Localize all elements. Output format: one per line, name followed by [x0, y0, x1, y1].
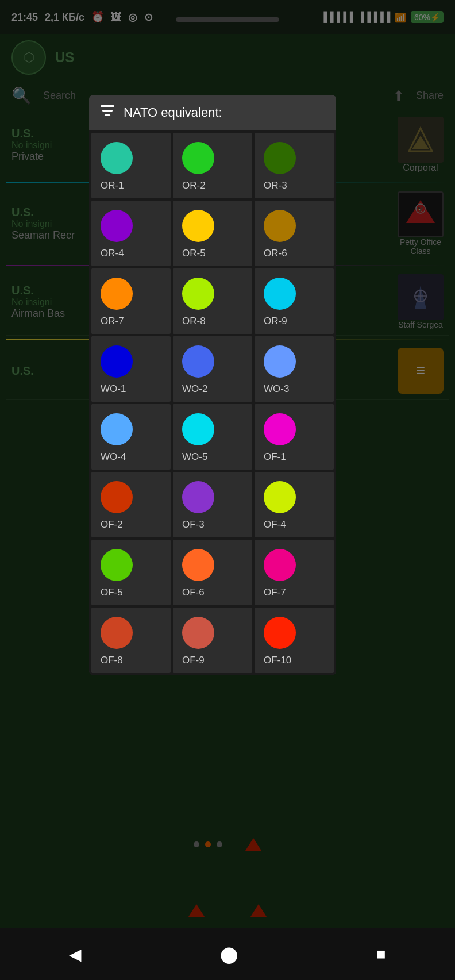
nato-label-or5: OR-5	[182, 248, 206, 259]
nato-modal: NATO equivalent: OR-1OR-2OR-3OR-4OR-5OR-…	[89, 95, 336, 675]
color-circle-or2	[182, 142, 214, 174]
nato-label-wo1: WO-1	[101, 383, 126, 395]
nato-label-of1: OF-1	[264, 451, 286, 463]
nato-label-of10: OF-10	[264, 655, 291, 666]
nato-modal-title: NATO equivalent:	[124, 105, 222, 120]
nato-label-or4: OR-4	[101, 248, 124, 259]
color-circle-of8	[101, 617, 133, 649]
recent-button[interactable]: ■	[365, 939, 398, 969]
nato-label-of8: OF-8	[101, 655, 123, 666]
nato-label-wo2: WO-2	[182, 383, 207, 395]
nato-label-or2: OR-2	[182, 180, 206, 191]
nato-cell-of10[interactable]: OF-10	[255, 608, 334, 673]
nato-cell-or8[interactable]: OR-8	[173, 268, 252, 334]
nato-cell-of6[interactable]: OF-6	[173, 540, 252, 605]
nato-cell-of5[interactable]: OF-5	[91, 540, 171, 605]
color-circle-or3	[264, 142, 296, 174]
color-circle-or7	[101, 278, 133, 310]
color-circle-or8	[182, 278, 214, 310]
color-circle-wo3	[264, 345, 296, 378]
nato-cell-of4[interactable]: OF-4	[255, 472, 334, 537]
nato-label-of4: OF-4	[264, 519, 286, 531]
filter-icon	[101, 105, 114, 120]
android-nav-bar: ◀ ⬤ ■	[0, 928, 455, 980]
home-button[interactable]: ⬤	[209, 939, 249, 970]
nato-grid: OR-1OR-2OR-3OR-4OR-5OR-6OR-7OR-8OR-9WO-1…	[89, 130, 336, 675]
nato-label-of5: OF-5	[101, 587, 123, 598]
svg-rect-12	[102, 110, 113, 112]
svg-rect-13	[105, 114, 110, 116]
nato-cell-of7[interactable]: OF-7	[255, 540, 334, 605]
nato-label-or3: OR-3	[264, 180, 287, 191]
nato-cell-wo1[interactable]: WO-1	[91, 336, 171, 402]
nato-label-or9: OR-9	[264, 316, 287, 327]
nato-cell-of1[interactable]: OF-1	[255, 404, 334, 470]
nato-label-of2: OF-2	[101, 519, 123, 531]
svg-rect-11	[101, 105, 114, 107]
nato-label-wo3: WO-3	[264, 383, 289, 395]
color-circle-or4	[101, 210, 133, 242]
nato-label-wo5: WO-5	[182, 451, 207, 463]
nato-cell-of8[interactable]: OF-8	[91, 608, 171, 673]
nato-cell-wo2[interactable]: WO-2	[173, 336, 252, 402]
phone-notch	[176, 17, 279, 22]
color-circle-or9	[264, 278, 296, 310]
nato-cell-wo5[interactable]: WO-5	[173, 404, 252, 470]
nato-cell-wo3[interactable]: WO-3	[255, 336, 334, 402]
nato-label-or1: OR-1	[101, 180, 124, 191]
color-circle-of3	[182, 481, 214, 513]
nato-label-or8: OR-8	[182, 316, 206, 327]
color-circle-of7	[264, 549, 296, 581]
color-circle-of9	[182, 617, 214, 649]
nato-cell-or5[interactable]: OR-5	[173, 201, 252, 266]
color-circle-wo5	[182, 413, 214, 445]
nato-label-or7: OR-7	[101, 316, 124, 327]
color-circle-or1	[101, 142, 133, 174]
color-circle-of2	[101, 481, 133, 513]
nato-cell-of9[interactable]: OF-9	[173, 608, 252, 673]
nato-cell-or3[interactable]: OR-3	[255, 133, 334, 198]
nato-label-or6: OR-6	[264, 248, 287, 259]
back-button[interactable]: ◀	[57, 939, 93, 970]
nato-label-of6: OF-6	[182, 587, 205, 598]
nato-cell-of3[interactable]: OF-3	[173, 472, 252, 537]
color-circle-of5	[101, 549, 133, 581]
color-circle-or5	[182, 210, 214, 242]
color-circle-wo1	[101, 345, 133, 378]
nato-modal-header: NATO equivalent:	[89, 95, 336, 130]
color-circle-or6	[264, 210, 296, 242]
color-circle-of4	[264, 481, 296, 513]
nato-label-of7: OF-7	[264, 587, 286, 598]
color-circle-of6	[182, 549, 214, 581]
nato-cell-or2[interactable]: OR-2	[173, 133, 252, 198]
nato-cell-or4[interactable]: OR-4	[91, 201, 171, 266]
nato-cell-wo4[interactable]: WO-4	[91, 404, 171, 470]
color-circle-of10	[264, 617, 296, 649]
nato-label-of3: OF-3	[182, 519, 205, 531]
nato-cell-of2[interactable]: OF-2	[91, 472, 171, 537]
nato-label-wo4: WO-4	[101, 451, 126, 463]
nato-cell-or7[interactable]: OR-7	[91, 268, 171, 334]
nato-cell-or6[interactable]: OR-6	[255, 201, 334, 266]
color-circle-wo2	[182, 345, 214, 378]
nato-label-of9: OF-9	[182, 655, 205, 666]
nato-cell-or1[interactable]: OR-1	[91, 133, 171, 198]
color-circle-wo4	[101, 413, 133, 445]
nato-cell-or9[interactable]: OR-9	[255, 268, 334, 334]
color-circle-of1	[264, 413, 296, 445]
